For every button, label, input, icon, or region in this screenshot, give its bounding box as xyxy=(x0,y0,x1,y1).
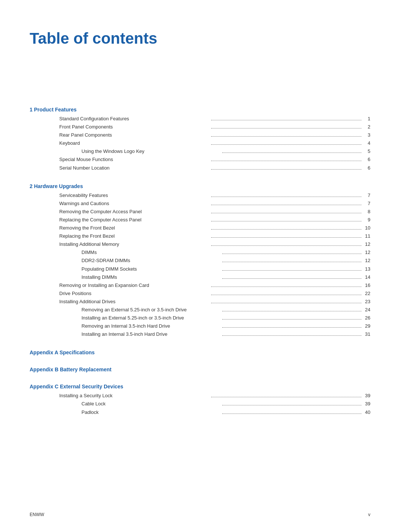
appendix-appendixB: Appendix B Battery Replacement xyxy=(30,367,370,372)
toc-entry-dots xyxy=(211,237,361,238)
toc-entry-page: 6 xyxy=(363,164,370,172)
toc-entry-dots xyxy=(211,120,361,120)
toc-entry-label: Removing an Internal 3.5-inch Hard Drive xyxy=(81,322,221,330)
toc-entry-label: DIMMs xyxy=(81,248,221,257)
appendix-heading-appendixB: Appendix B Battery Replacement xyxy=(30,367,370,372)
toc-appendices: Appendix A SpecificationsAppendix B Batt… xyxy=(30,349,370,416)
toc-sections: 1 Product FeaturesStandard Configuration… xyxy=(30,107,370,338)
toc-entry-dots xyxy=(222,311,361,311)
toc-entry-dots xyxy=(211,287,361,287)
toc-entry-page: 16 xyxy=(363,281,370,290)
toc-entry-page: 5 xyxy=(363,147,370,155)
toc-entry: Removing or Installing an Expansion Card… xyxy=(30,281,370,290)
toc-entry-page: 12 xyxy=(363,248,370,257)
toc-entry: Keyboard4 xyxy=(30,139,370,147)
toc-entry-page: 7 xyxy=(363,191,370,200)
page-title: Table of contents xyxy=(30,30,370,47)
toc-entry-page: 1 xyxy=(363,115,370,123)
toc-entry-label: DDR2-SDRAM DIMMs xyxy=(81,257,221,265)
toc-entry-label: Populating DIMM Sockets xyxy=(81,265,221,273)
appendix-heading-appendixA: Appendix A Specifications xyxy=(30,349,370,355)
toc-entry-page: 39 xyxy=(363,392,370,400)
toc-entry-label: Installing Additional Memory xyxy=(59,240,210,248)
page-container: Table of contents 1 Product FeaturesStan… xyxy=(0,0,400,457)
toc-entries-section2: Serviceability Features7Warnings and Cau… xyxy=(30,191,370,339)
toc-entry-label: Replacing the Front Bezel xyxy=(59,232,210,240)
toc-section-section1: 1 Product FeaturesStandard Configuration… xyxy=(30,107,370,172)
toc-entry: Standard Configuration Features1 xyxy=(30,115,370,123)
toc-entry-label: Removing the Computer Access Panel xyxy=(59,208,210,216)
toc-entries-section1: Standard Configuration Features1Front Pa… xyxy=(30,115,370,172)
toc-entry-label: Standard Configuration Features xyxy=(59,115,210,123)
appendix-heading-appendixC: Appendix C External Security Devices xyxy=(30,384,370,389)
toc-entry-label: Installing an Internal 3.5-inch Hard Dri… xyxy=(81,330,221,338)
toc-entry-page: 11 xyxy=(363,232,370,240)
toc-entry-page: 13 xyxy=(363,265,370,273)
toc-entry-page: 4 xyxy=(363,139,370,147)
toc-entry-page: 40 xyxy=(363,408,370,416)
toc-entry-page: 7 xyxy=(363,200,370,208)
toc-entry: Removing an External 5.25-inch or 3.5-in… xyxy=(30,306,370,314)
toc-entry-label: Installing Additional Drives xyxy=(59,298,210,306)
toc-entry-label: Warnings and Cautions xyxy=(59,200,210,208)
toc-entry-label: Serviceability Features xyxy=(59,191,210,200)
toc-entry: Rear Panel Components3 xyxy=(30,131,370,139)
toc-entry-page: 9 xyxy=(363,216,370,224)
toc-entry-dots xyxy=(211,213,361,213)
toc-entry-dots xyxy=(211,245,361,246)
toc-entry-dots xyxy=(211,197,361,197)
toc-entry: Replacing the Front Bezel11 xyxy=(30,232,370,240)
toc-entry-dots xyxy=(222,278,361,279)
toc-entry: Serial Number Location6 xyxy=(30,164,370,172)
toc-entry: Drive Positions22 xyxy=(30,290,370,298)
appendix-appendixA: Appendix A Specifications xyxy=(30,349,370,355)
toc-entry-page: 22 xyxy=(363,290,370,298)
appendix-entries-appendixC: Installing a Security Lock39Cable Lock39… xyxy=(30,392,370,416)
toc-entry-page: 10 xyxy=(363,224,370,232)
toc-entry: Installing an External 5.25-inch or 3.5-… xyxy=(30,314,370,322)
appendix-appendixC: Appendix C External Security DevicesInst… xyxy=(30,384,370,416)
page-footer: ENWW v xyxy=(30,512,370,517)
toc-entry: Warnings and Cautions7 xyxy=(30,200,370,208)
toc-entry-page: 12 xyxy=(363,240,370,248)
toc-entry-label: Installing DIMMs xyxy=(81,273,221,281)
section-heading-section2: 2 Hardware Upgrades xyxy=(30,183,370,189)
toc-entry-dots xyxy=(211,144,361,145)
toc-entry: Front Panel Components2 xyxy=(30,123,370,131)
toc-entry-label: Cable Lock xyxy=(81,400,221,408)
toc-entry-page: 14 xyxy=(363,273,370,281)
toc-entry-label: Front Panel Components xyxy=(59,123,210,131)
toc-entry-label: Rear Panel Components xyxy=(59,131,210,139)
toc-entry-label: Keyboard xyxy=(59,139,210,147)
toc-entry-dots xyxy=(222,254,361,254)
footer-right: v xyxy=(368,512,370,517)
toc-entry-label: Serial Number Location xyxy=(59,164,210,172)
toc-entry: Padlock40 xyxy=(30,408,370,416)
toc-entry: Replacing the Computer Access Panel9 xyxy=(30,216,370,224)
toc-entry-page: 8 xyxy=(363,208,370,216)
toc-entry-label: Removing or Installing an Expansion Card xyxy=(59,281,210,290)
toc-section-section2: 2 Hardware UpgradesServiceability Featur… xyxy=(30,183,370,339)
toc-entry: Installing Additional Drives23 xyxy=(30,298,370,306)
footer-left: ENWW xyxy=(30,512,44,517)
section-heading-section1: 1 Product Features xyxy=(30,107,370,113)
toc-entry-dots xyxy=(222,414,361,414)
toc-entry-dots xyxy=(211,205,361,205)
toc-entry: Removing an Internal 3.5-inch Hard Drive… xyxy=(30,322,370,330)
toc-entry-page: 2 xyxy=(363,123,370,131)
toc-entry: Installing a Security Lock39 xyxy=(30,392,370,400)
toc-entry-page: 12 xyxy=(363,257,370,265)
toc-entry-label: Installing a Security Lock xyxy=(59,392,210,400)
toc-entry-label: Installing an External 5.25-inch or 3.5-… xyxy=(81,314,221,322)
toc-entry-page: 3 xyxy=(363,131,370,139)
toc-entry-dots xyxy=(211,136,361,137)
toc-entry-label: Using the Windows Logo Key xyxy=(81,147,221,155)
toc-entry: Installing DIMMs14 xyxy=(30,273,370,281)
toc-entry-dots xyxy=(222,270,361,271)
toc-entry-dots xyxy=(222,335,361,336)
toc-entry-dots xyxy=(211,303,361,303)
toc-entry-page: 6 xyxy=(363,155,370,164)
toc-entry-page: 23 xyxy=(363,298,370,306)
toc-entry-label: Removing an External 5.25-inch or 3.5-in… xyxy=(81,306,221,314)
toc-entry: Cable Lock39 xyxy=(30,400,370,408)
